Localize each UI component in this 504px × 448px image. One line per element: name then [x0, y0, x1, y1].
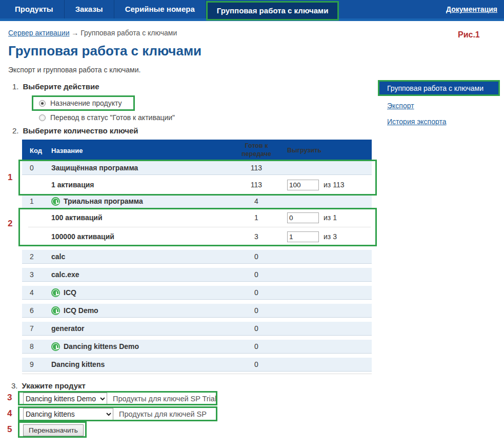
product-name-text: ICQ Demo: [64, 306, 98, 315]
table-row-product: 3 calc.exe 0: [22, 268, 372, 282]
radio-option-ready-status[interactable]: Перевод в статус "Готов к активации": [39, 113, 175, 122]
annotation-number-4: 4: [7, 408, 12, 419]
table-row-product: 8 Dancing kittens Demo 0: [22, 340, 372, 354]
ready-count: 0: [226, 324, 287, 333]
trial-product-select-row: Dancing kittens Demo Продукты для ключей…: [23, 393, 216, 405]
step2-title: Выберите количество ключей: [23, 126, 138, 135]
product-name: ICQ: [51, 288, 226, 297]
header-code: Код: [22, 147, 51, 154]
reassign-button[interactable]: Переназначить: [23, 424, 84, 436]
product-name-text: Защищённая программа: [51, 164, 138, 172]
table-row-product: 2 calc 0: [22, 250, 372, 264]
trial-clock-icon: [51, 342, 60, 351]
activation-name: 100 активаций: [51, 213, 226, 222]
step1-title: Выберите действие: [23, 82, 99, 91]
header-ready-text: Готов к передаче: [240, 142, 273, 158]
product-name-text: Dancing kittens: [51, 360, 105, 368]
page-title: Групповая работа с ключами: [8, 43, 201, 59]
product-name: generator: [51, 324, 226, 333]
product-name-text: Триальная программа: [64, 197, 143, 205]
annotation-number-1: 1: [8, 172, 12, 183]
step3-number: 3.: [11, 381, 18, 390]
product-code: 4: [22, 288, 51, 297]
breadcrumb-root-link[interactable]: Сервер активации: [8, 29, 69, 37]
product-code: 9: [22, 360, 51, 368]
product-name: calc: [51, 252, 226, 261]
table-row-product: 7 generator 0: [22, 322, 372, 336]
upload-cell: из 1: [287, 212, 372, 223]
product-code: 1: [22, 197, 51, 205]
product-name: ICQ Demo: [51, 306, 226, 315]
nav-tab-serial-numbers[interactable]: Серийные номера: [114, 0, 206, 18]
header-name: Название: [51, 147, 226, 154]
ready-count: 0: [226, 288, 287, 297]
step1-heading: 1.Выберите действие: [12, 82, 99, 91]
upload-count-input[interactable]: [287, 212, 319, 223]
keys-table: Код Название Готов к передаче Выгрузить …: [22, 140, 372, 374]
upload-cell: из 3: [287, 231, 372, 242]
step2-heading: 2.Выберите количество ключей: [12, 126, 138, 135]
step1-number: 1.: [12, 82, 19, 91]
step3-heading: 3.Укажите продукт: [11, 381, 86, 390]
upload-total-text: из 1: [324, 213, 337, 222]
product-code: 8: [22, 342, 51, 350]
breadcrumb: Сервер активации → Групповая работа с кл…: [8, 29, 177, 37]
annotation-number-5: 5: [7, 424, 12, 435]
breadcrumb-current: Групповая работа с ключами: [80, 29, 177, 37]
upload-total-text: из 3: [324, 232, 337, 241]
ready-count: 113: [226, 181, 287, 189]
product-code: 6: [22, 306, 51, 315]
product-select-label: Продукты для ключей SP: [119, 410, 207, 418]
product-name-text: generator: [51, 324, 85, 333]
nav-tab-products[interactable]: Продукты: [4, 0, 65, 18]
product-name: Защищённая программа: [51, 164, 226, 172]
trial-clock-icon: [51, 306, 60, 315]
nav-tab-group-key-work[interactable]: Групповая работа с ключами: [206, 1, 339, 21]
page-subtitle: Экспорт и групповая работа с ключами.: [8, 66, 140, 74]
figure-annotation-label: Рис.1: [458, 30, 480, 40]
trial-clock-icon: [51, 197, 60, 206]
ready-count: 4: [226, 197, 287, 205]
ready-count: 0: [226, 306, 287, 315]
table-bottom-border: [22, 374, 372, 374]
documentation-link[interactable]: Документация: [446, 0, 497, 18]
radio-option-assign-product[interactable]: Назначение продукту: [39, 99, 122, 107]
product-select-row: Dancing kittens Продукты для ключей SP: [23, 408, 207, 420]
annotation-number-2: 2: [8, 219, 12, 229]
product-select[interactable]: Dancing kittens: [23, 408, 113, 420]
table-row-product: 9 Dancing kittens 0: [22, 358, 372, 372]
product-name-text: Dancing kittens Demo: [64, 342, 139, 350]
ready-count: 0: [226, 360, 287, 368]
table-row-product: 1 Триальная программа 4: [22, 194, 372, 208]
activation-name-text: 100 активаций: [51, 213, 103, 222]
activation-name-text: 1 активация: [51, 181, 94, 189]
table-row-product: 0 Защищённая программа 113: [22, 161, 372, 175]
sidebar-link-export-history[interactable]: История экспорта: [387, 118, 447, 126]
upload-count-input[interactable]: [287, 180, 319, 190]
table-row-activation: 100 активаций 1 из 1: [22, 208, 372, 227]
nav-tabs: Продукты Заказы Серийные номера Группова…: [4, 0, 339, 21]
sidebar-item-group-key-work-active[interactable]: Групповая работа с ключами: [378, 80, 500, 96]
sidebar: Групповая работа с ключами Экспорт Истор…: [378, 80, 500, 126]
nav-tab-orders[interactable]: Заказы: [65, 0, 114, 18]
product-name: calc.exe: [51, 270, 226, 279]
radio-unselected-icon[interactable]: [39, 114, 46, 121]
trial-product-select-label: Продукты для ключей SP Trial: [113, 395, 216, 403]
product-name-text: calc.exe: [51, 270, 79, 279]
product-name-text: calc: [51, 252, 65, 261]
product-name: Триальная программа: [51, 197, 226, 206]
activation-name: 100000 активаций: [51, 232, 226, 241]
top-navbar: Продукты Заказы Серийные номера Группова…: [0, 0, 504, 21]
activation-name: 1 активация: [51, 181, 226, 189]
product-code: 2: [22, 252, 51, 261]
page: Продукты Заказы Серийные номера Группова…: [0, 0, 504, 448]
radio-selected-icon[interactable]: [39, 100, 46, 107]
header-upload: Выгрузить: [287, 147, 372, 154]
trial-product-select[interactable]: Dancing kittens Demo: [23, 393, 107, 405]
upload-count-input[interactable]: [287, 231, 319, 242]
product-name: Dancing kittens: [51, 360, 226, 368]
ready-count: 0: [226, 270, 287, 279]
breadcrumb-arrow: →: [71, 29, 78, 37]
product-name-text: ICQ: [64, 288, 76, 297]
sidebar-link-export[interactable]: Экспорт: [387, 102, 414, 110]
